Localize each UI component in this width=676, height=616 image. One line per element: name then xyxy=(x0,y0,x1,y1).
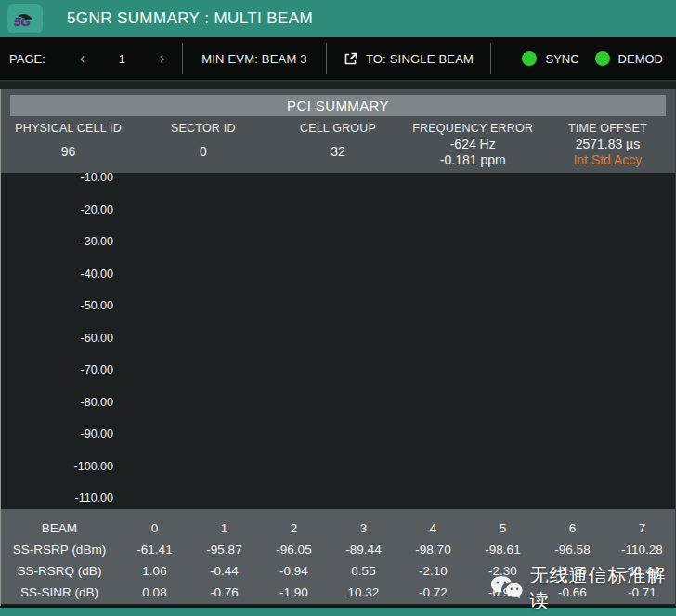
table-row-label: SS-RSRP (dBm) xyxy=(1,539,118,560)
table-cell: -0.71 xyxy=(609,582,675,603)
page-label: PAGE: xyxy=(9,52,46,66)
demod-status-dot xyxy=(595,51,610,66)
page-number[interactable]: 1 xyxy=(119,52,125,66)
table-cell: 6 xyxy=(540,518,605,539)
table-row: BEAM01234567 xyxy=(1,518,675,539)
page-title: 5GNR SUMMARY : MULTI BEAM xyxy=(67,9,313,28)
table-cell: -0.44 xyxy=(191,560,257,582)
table-cell: -98.70 xyxy=(400,539,466,560)
table-row: SS-RSRQ (dB)1.06-0.44-0.940.55-2.10-2.30… xyxy=(1,560,675,582)
table-cell: 2 xyxy=(261,518,327,539)
table-cell: -89.44 xyxy=(331,539,396,560)
table-cell: -96.58 xyxy=(540,539,605,560)
accuracy-flag: Int Std Accy xyxy=(540,152,675,167)
app-window: 5G 5GNR SUMMARY : MULTI BEAM PAGE: ‹ 1 ›… xyxy=(0,0,676,616)
demod-status-label: DEMOD xyxy=(618,52,663,66)
beam-metrics-table: BEAM01234567SS-RSRP (dBm)-61.41-95.87-96… xyxy=(1,509,675,604)
table-cell: -11.44 xyxy=(609,560,675,582)
beam-rsrp-chart: -10.00-20.00-30.00-40.00-50.00-60.00-70.… xyxy=(1,178,675,504)
table-row-label: SS-SINR (dB) xyxy=(1,582,118,603)
table-cell: -0.72 xyxy=(400,582,466,603)
y-axis-tick-label: -100.00 xyxy=(74,460,113,473)
sync-status-label: SYNC xyxy=(545,52,578,66)
toolbar: PAGE: ‹ 1 › MIN EVM: BEAM 3 TO: SINGLE B… xyxy=(0,37,676,82)
table-cell: -98.61 xyxy=(470,539,536,560)
table-cell: -61.41 xyxy=(122,539,188,560)
page-prev-button[interactable]: ‹ xyxy=(75,51,89,67)
table-cell: 1 xyxy=(191,518,257,539)
table-cell: -2.30 xyxy=(470,560,536,582)
y-axis-tick-label: -70.00 xyxy=(81,363,113,376)
title-bar: 5G 5GNR SUMMARY : MULTI BEAM xyxy=(0,0,676,37)
table-cell: 1.06 xyxy=(122,560,188,582)
field-sector-id: SECTOR ID 0 xyxy=(136,122,270,167)
table-cell: -0.90 xyxy=(470,582,536,603)
status-indicators: SYNC DEMOD xyxy=(491,51,676,66)
table-cell: 7 xyxy=(609,518,675,539)
y-axis-tick-label: -80.00 xyxy=(81,396,113,409)
app-logo: 5G xyxy=(7,4,43,33)
page-next-button[interactable]: › xyxy=(155,51,169,67)
sync-status-dot xyxy=(522,51,537,66)
table-row-label: BEAM xyxy=(1,518,118,539)
table-row: SS-RSRP (dBm)-61.41-95.87-96.05-89.44-98… xyxy=(1,539,675,560)
table-cell: -0.94 xyxy=(261,560,327,582)
page-control: PAGE: ‹ 1 › xyxy=(0,51,182,67)
table-cell: 0 xyxy=(122,518,188,539)
table-cell: 0.08 xyxy=(122,582,188,603)
y-axis-tick-label: -20.00 xyxy=(81,203,113,216)
table-cell: -1.90 xyxy=(261,582,327,603)
table-cell: -0.76 xyxy=(191,582,257,603)
y-axis-tick-label: -30.00 xyxy=(81,235,113,248)
y-axis-tick-label: -10.00 xyxy=(81,171,113,184)
table-cell: -2.10 xyxy=(400,560,466,582)
y-axis: -10.00-20.00-30.00-40.00-50.00-60.00-70.… xyxy=(1,178,122,504)
min-evm-button[interactable]: MIN EVM: BEAM 3 xyxy=(183,52,326,66)
footer-accent-bar xyxy=(0,606,676,616)
to-single-beam-label: TO: SINGLE BEAM xyxy=(366,52,474,66)
table-cell: 10.32 xyxy=(331,582,396,603)
y-axis-tick-label: -90.00 xyxy=(81,427,113,440)
table-cell: -110.28 xyxy=(609,539,675,560)
table-cell: 4 xyxy=(400,518,466,539)
signal-arcs-icon xyxy=(18,7,38,20)
table-cell: -95.87 xyxy=(191,539,257,560)
table-cell: 0.55 xyxy=(331,560,396,582)
field-cell-group: CELL GROUP 32 xyxy=(270,122,405,167)
pci-fields: PHYSICAL CELL ID 96 SECTOR ID 0 CELL GRO… xyxy=(1,122,675,167)
to-single-beam-button[interactable]: TO: SINGLE BEAM xyxy=(327,52,490,66)
y-axis-tick-label: -50.00 xyxy=(81,299,113,312)
y-axis-tick-label: -110.00 xyxy=(75,491,113,505)
y-axis-tick-label: -40.00 xyxy=(81,268,113,281)
content-area: PCI SUMMARY PHYSICAL CELL ID 96 SECTOR I… xyxy=(0,89,676,611)
table-cell: 5 xyxy=(470,518,536,539)
pci-summary-title: PCI SUMMARY xyxy=(10,95,666,116)
open-external-icon xyxy=(344,52,358,66)
table-cell: 3 xyxy=(331,518,396,539)
y-axis-tick-label: -60.00 xyxy=(81,332,113,345)
table-cell: -0.66 xyxy=(540,582,605,603)
field-time-offset: TIME OFFSET 2571.83 µs Int Std Accy xyxy=(540,122,675,167)
plot-area xyxy=(122,178,675,504)
field-frequency-error: FREQUENCY ERROR -624 Hz -0.181 ppm xyxy=(406,122,540,167)
field-physical-cell-id: PHYSICAL CELL ID 96 xyxy=(1,122,136,167)
table-cell: -1.16 xyxy=(540,560,605,582)
table-row: SS-SINR (dB)0.08-0.76-1.9010.32-0.72-0.9… xyxy=(1,582,675,603)
table-cell: -96.05 xyxy=(261,539,327,560)
pci-summary-section: PCI SUMMARY PHYSICAL CELL ID 96 SECTOR I… xyxy=(1,89,675,173)
table-row-label: SS-RSRQ (dB) xyxy=(1,560,118,582)
